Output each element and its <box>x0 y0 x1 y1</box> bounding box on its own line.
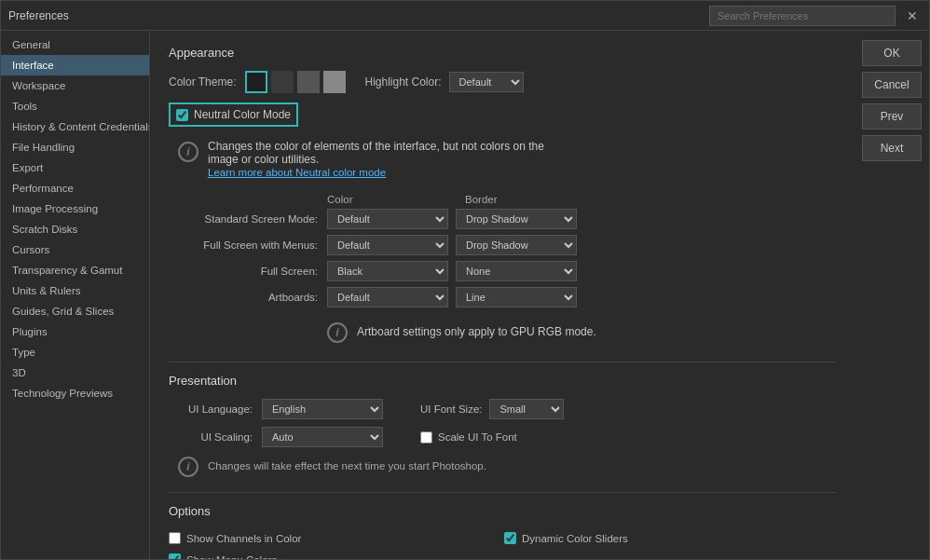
ui-scaling-label: UI Scaling: <box>169 431 262 443</box>
presentation-section: Presentation UI Language: EnglishFrenchG… <box>169 374 836 477</box>
full-screen-border-select[interactable]: NoneDrop ShadowLine <box>456 261 577 281</box>
color-swatches <box>245 71 346 93</box>
neutral-color-mode-container: Neutral Color Mode <box>169 102 298 127</box>
sidebar-item-3d[interactable]: 3D <box>1 362 149 383</box>
neutral-color-mode-checkbox[interactable] <box>176 109 188 121</box>
show-menu-colors-option: Show Menu Colors <box>169 551 500 559</box>
scale-ui-checkbox[interactable] <box>420 431 432 444</box>
standard-screen-row: Standard Screen Mode: DefaultBlackWhiteC… <box>169 209 836 229</box>
info-icon: i <box>178 142 198 162</box>
standard-screen-selects: DefaultBlackWhiteCustom Drop ShadowNoneL… <box>327 209 577 229</box>
prev-button[interactable]: Prev <box>862 103 922 130</box>
info-block: i Changes the color of elements of the i… <box>178 140 836 179</box>
preferences-dialog: Preferences ✕ General Interface Workspac… <box>0 0 930 560</box>
separator-2 <box>169 492 836 493</box>
appearance-title: Appearance <box>169 46 836 60</box>
sidebar-item-type[interactable]: Type <box>1 342 149 362</box>
standard-screen-border-select[interactable]: Drop ShadowNoneLine <box>456 209 577 229</box>
scaling-row-right: Auto100%125%150% Scale UI To Font <box>262 427 517 447</box>
search-input[interactable] <box>709 6 896 26</box>
full-screen-menus-label: Full Screen with Menus: <box>169 239 327 251</box>
full-screen-menus-selects: DefaultBlackWhite Drop ShadowNoneLine <box>327 235 577 255</box>
sidebar-item-tools[interactable]: Tools <box>1 96 149 116</box>
full-screen-menus-row: Full Screen with Menus: DefaultBlackWhit… <box>169 235 836 255</box>
presentation-title: Presentation <box>169 374 836 388</box>
scale-ui-label[interactable]: Scale UI To Font <box>438 431 517 443</box>
sidebar-item-workspace[interactable]: Workspace <box>1 75 149 96</box>
artboards-color-select[interactable]: DefaultBlackWhite <box>327 287 448 307</box>
full-screen-label: Full Screen: <box>169 266 327 277</box>
sidebar-item-scratch-disks[interactable]: Scratch Disks <box>1 219 149 239</box>
full-screen-color-select[interactable]: BlackDefaultWhite <box>327 261 448 281</box>
full-screen-selects: BlackDefaultWhite NoneDrop ShadowLine <box>327 261 577 281</box>
language-row-right: EnglishFrenchGermanJapanese UI Font Size… <box>262 399 564 419</box>
sidebar-item-tech-previews[interactable]: Technology Previews <box>1 383 149 403</box>
color-theme-row: Color Theme: Highlight Color: Default Bl… <box>169 71 836 93</box>
ui-font-size-select[interactable]: SmallMediumLarge <box>489 399 564 419</box>
sidebar-item-transparency[interactable]: Transparency & Gamut <box>1 260 149 280</box>
color-header: Color <box>327 194 458 205</box>
ui-font-size-label: UI Font Size: <box>420 403 482 415</box>
main-content: General Interface Workspace Tools Histor… <box>1 31 929 559</box>
artboards-selects: DefaultBlackWhite LineNoneDrop Shadow <box>327 287 577 307</box>
info-text: Changes the color of elements of the int… <box>208 140 544 179</box>
swatch-light[interactable] <box>323 71 346 93</box>
standard-screen-label: Standard Screen Mode: <box>169 213 327 225</box>
sidebar-item-guides[interactable]: Guides, Grid & Slices <box>1 301 149 321</box>
info-link[interactable]: Learn more about Neutral color mode <box>208 167 386 178</box>
info-text-line2: image or color utilities. <box>208 153 544 166</box>
dynamic-color-checkbox[interactable] <box>504 532 516 544</box>
table-headers: Color Border <box>169 194 836 205</box>
sidebar-item-units[interactable]: Units & Rulers <box>1 280 149 301</box>
scaling-row: UI Scaling: Auto100%125%150% Scale UI To… <box>169 427 836 447</box>
cancel-button[interactable]: Cancel <box>862 72 922 98</box>
show-menu-colors-checkbox[interactable] <box>169 553 181 559</box>
sidebar-item-export[interactable]: Export <box>1 157 149 178</box>
sidebar: General Interface Workspace Tools Histor… <box>1 31 150 559</box>
ok-button[interactable]: OK <box>862 40 922 66</box>
full-screen-menus-color-select[interactable]: DefaultBlackWhite <box>327 235 448 255</box>
highlight-color-label: Highlight Color: <box>364 75 441 89</box>
dynamic-color-label[interactable]: Dynamic Color Sliders <box>522 533 628 544</box>
show-channels-checkbox[interactable] <box>169 532 181 544</box>
sidebar-item-image-processing[interactable]: Image Processing <box>1 198 149 219</box>
ui-scaling-select[interactable]: Auto100%125%150% <box>262 427 383 447</box>
font-size-group: UI Font Size: SmallMediumLarge <box>420 399 564 419</box>
sidebar-item-performance[interactable]: Performance <box>1 178 149 198</box>
scale-ui-group: Scale UI To Font <box>420 431 517 444</box>
changes-info-text: Changes will take effect the next time y… <box>208 460 486 471</box>
sidebar-item-cursors[interactable]: Cursors <box>1 239 149 260</box>
close-button[interactable]: ✕ <box>903 7 922 25</box>
title-bar-right: ✕ <box>709 6 922 26</box>
changes-info: i Changes will take effect the next time… <box>178 455 836 477</box>
standard-screen-color-select[interactable]: DefaultBlackWhiteCustom <box>327 209 448 229</box>
full-screen-row: Full Screen: BlackDefaultWhite NoneDrop … <box>169 261 836 281</box>
sidebar-item-general[interactable]: General <box>1 34 149 55</box>
appearance-section: Appearance Color Theme: Highlight Color:… <box>169 46 836 343</box>
sidebar-item-plugins[interactable]: Plugins <box>1 321 149 342</box>
sidebar-item-interface[interactable]: Interface <box>1 55 149 75</box>
swatch-dark[interactable] <box>245 71 267 93</box>
artboard-info-text: Artboard settings only apply to GPU RGB … <box>357 325 596 338</box>
swatch-medium[interactable] <box>297 71 320 93</box>
artboard-info-icon: i <box>327 322 348 343</box>
screen-modes-table: Color Border Standard Screen Mode: Defau… <box>169 194 836 307</box>
highlight-color-select[interactable]: Default Blue Red Green <box>449 72 524 92</box>
full-screen-menus-border-select[interactable]: Drop ShadowNoneLine <box>456 235 577 255</box>
options-grid: Show Channels in Color Dynamic Color Sli… <box>169 529 836 559</box>
show-menu-colors-label[interactable]: Show Menu Colors <box>186 554 277 560</box>
sidebar-item-history[interactable]: History & Content Credentials <box>1 116 149 137</box>
artboard-info: i Artboard settings only apply to GPU RG… <box>327 321 836 343</box>
info-text-line1: Changes the color of elements of the int… <box>208 140 544 153</box>
border-header: Border <box>465 194 595 205</box>
show-channels-label[interactable]: Show Channels in Color <box>186 533 301 544</box>
sidebar-item-file-handling[interactable]: File Handling <box>1 137 149 157</box>
swatch-medium-dark[interactable] <box>271 71 294 93</box>
next-button[interactable]: Next <box>862 135 922 161</box>
action-buttons: OK Cancel Prev Next <box>855 31 929 559</box>
ui-language-label: UI Language: <box>169 403 262 415</box>
artboards-border-select[interactable]: LineNoneDrop Shadow <box>456 287 577 307</box>
neutral-color-mode-label[interactable]: Neutral Color Mode <box>194 108 291 121</box>
ui-language-select[interactable]: EnglishFrenchGermanJapanese <box>262 399 383 419</box>
dialog-title: Preferences <box>8 9 69 22</box>
